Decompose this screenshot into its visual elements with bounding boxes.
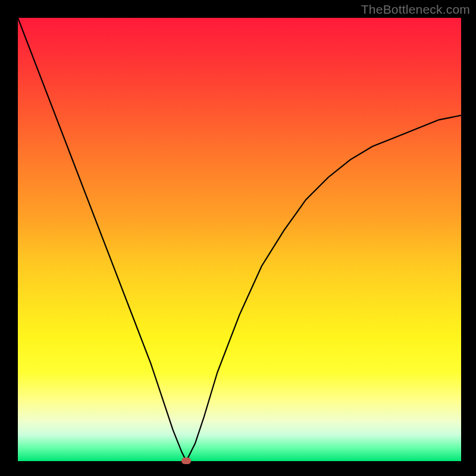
chart-frame: TheBottleneck.com xyxy=(0,0,476,476)
watermark-text: TheBottleneck.com xyxy=(361,2,470,17)
bottleneck-curve xyxy=(18,18,461,461)
minimum-marker xyxy=(181,458,191,464)
